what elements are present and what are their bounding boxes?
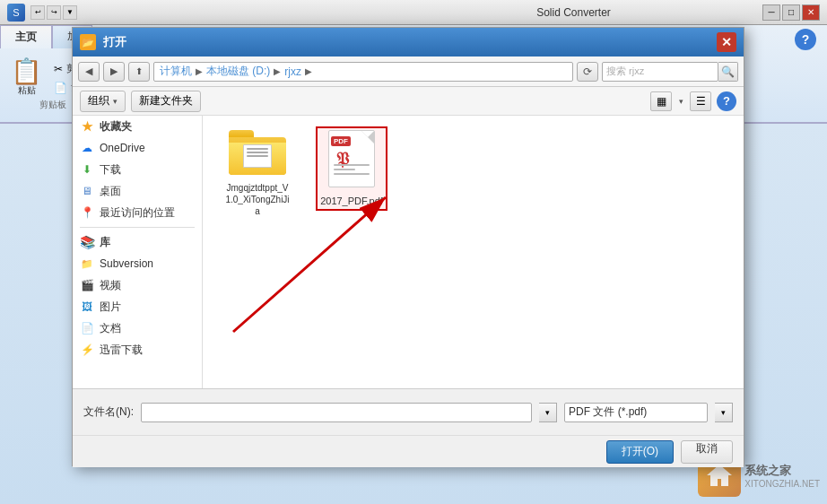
sidebar-item-onedrive[interactable]: ☁ OneDrive: [73, 137, 202, 159]
svg-marker-2: [707, 465, 732, 486]
thunder-icon: ⚡: [80, 343, 94, 357]
search-button[interactable]: 🔍: [718, 62, 738, 82]
favorites-header: ★ 收藏夹: [73, 116, 202, 137]
watermark-text-container: 系统之家 XITONGZHIA.NET: [744, 463, 820, 489]
folder-label: Jmgqjztdtppt_V1.0_XiTongZhiJia: [222, 182, 293, 217]
download-label: 下载: [100, 162, 121, 178]
quick-btn-1[interactable]: ↩: [30, 5, 45, 20]
file-content-area: Jmgqjztdtppt_V1.0_XiTongZhiJia PDF 𝔓: [203, 116, 744, 388]
view-dropdown-button[interactable]: ▾: [674, 91, 688, 111]
clipboard-group-title: 剪贴板: [39, 99, 66, 111]
view-buttons: ▦ ▾ ☰: [650, 91, 711, 111]
file-item-folder[interactable]: Jmgqjztdtppt_V1.0_XiTongZhiJia: [217, 126, 298, 221]
nav-bar: ◀ ▶ ⬆ 计算机 ▶ 本地磁盘 (D:) ▶ rjxz ▶ ⟳ 搜索 rjxz…: [73, 56, 744, 87]
sidebar-item-subversion[interactable]: 📁 Subversion: [73, 253, 202, 274]
download-icon: ⬇: [80, 162, 94, 177]
sidebar-item-desktop[interactable]: 🖥 桌面: [73, 180, 202, 202]
favorites-section: ★ 收藏夹 ☁ OneDrive ⬇ 下载 🖥 桌面: [73, 116, 202, 223]
maximize-button[interactable]: □: [782, 4, 800, 21]
tab-main[interactable]: 主页: [0, 25, 52, 48]
doc-label: 文档: [100, 321, 121, 336]
favorites-star-icon: ★: [80, 119, 94, 134]
paste-label: 粘贴: [18, 84, 36, 97]
onedrive-label: OneDrive: [100, 142, 145, 154]
sidebar-separator: [80, 227, 195, 228]
app-help-button[interactable]: ?: [795, 29, 816, 50]
watermark-url: XITONGZHIA.NET: [744, 479, 820, 489]
nav-up-button[interactable]: ⬆: [128, 62, 150, 82]
filetype-label: PDF 文件 (*.pdf): [569, 404, 703, 420]
image-label: 图片: [100, 300, 121, 315]
dialog-icon: 📂: [80, 34, 96, 50]
pdf-icon: PDF 𝔓: [328, 130, 375, 189]
dialog-title: 打开: [103, 34, 717, 50]
thunder-label: 迅雷下载: [100, 343, 143, 358]
filename-label: 文件名(N):: [83, 404, 134, 420]
paste-button[interactable]: 📋 粘贴: [11, 59, 42, 97]
filename-input[interactable]: [141, 403, 532, 422]
quick-btn-2[interactable]: ↪: [47, 5, 61, 20]
video-icon: 🎬: [80, 278, 94, 292]
onedrive-icon: ☁: [80, 141, 94, 155]
action-row: 打开(O) 取消: [73, 435, 744, 467]
subversion-label: Subversion: [100, 257, 153, 270]
recent-label: 最近访问的位置: [100, 205, 175, 221]
library-label: 库: [100, 235, 110, 250]
quick-btn-3[interactable]: ▼: [63, 5, 77, 20]
breadcrumb-sep-2: ▶: [274, 66, 281, 76]
image-icon: 🖼: [80, 300, 94, 314]
open-label: 打开(O): [622, 444, 658, 459]
filetype-select[interactable]: PDF 文件 (*.pdf): [564, 403, 708, 422]
dialog-close-button[interactable]: ✕: [717, 32, 736, 52]
main-title: Solid Converter: [385, 6, 762, 19]
filetype-dropdown-button[interactable]: ▾: [715, 403, 733, 422]
sidebar-item-recent[interactable]: 📍 最近访问的位置: [73, 202, 202, 223]
favorites-label: 收藏夹: [100, 119, 132, 135]
quick-access-toolbar: ↩ ↪ ▼: [30, 5, 77, 20]
refresh-button[interactable]: ⟳: [577, 62, 598, 82]
organize-label: 组织: [88, 93, 109, 109]
view-list-button[interactable]: ☰: [690, 91, 711, 111]
breadcrumb-sep-1: ▶: [196, 66, 203, 76]
search-input-display[interactable]: 搜索 rjxz: [602, 62, 718, 82]
sidebar-item-download[interactable]: ⬇ 下载: [73, 159, 202, 180]
pdf-label: 2017_PDF.pdf: [320, 195, 383, 207]
cancel-button[interactable]: 取消: [681, 440, 733, 464]
minimize-button[interactable]: ─: [762, 4, 780, 21]
watermark-site: 系统之家: [744, 463, 820, 479]
library-icon: 📚: [80, 235, 94, 249]
open-dialog: 📂 打开 ✕ ◀ ▶ ⬆ 计算机 ▶ 本地磁盘 (D:) ▶ rjxz ▶ ⟳ …: [72, 27, 744, 466]
sidebar-item-image[interactable]: 🖼 图片: [73, 296, 202, 317]
close-button[interactable]: ✕: [802, 4, 820, 21]
new-folder-button[interactable]: 新建文件夹: [131, 91, 201, 112]
dialog-titlebar: 📂 打开 ✕: [73, 28, 744, 56]
main-file-area: ★ 收藏夹 ☁ OneDrive ⬇ 下载 🖥 桌面: [73, 116, 744, 388]
nav-forward-button[interactable]: ▶: [103, 62, 125, 82]
organize-dropdown-icon: ▾: [113, 97, 118, 106]
folder-icon: [229, 130, 286, 177]
file-item-pdf[interactable]: PDF 𝔓 2017_PDF.pdf: [316, 126, 387, 211]
library-section: 📚 库 📁 Subversion 🎬 视频 🖼 图片: [73, 231, 202, 361]
main-titlebar: S ↩ ↪ ▼ Solid Converter ─ □ ✕: [0, 0, 827, 25]
search-container: 搜索 rjxz 🔍: [602, 62, 738, 82]
doc-icon: 📄: [80, 321, 94, 335]
nav-back-button[interactable]: ◀: [78, 62, 100, 82]
breadcrumb[interactable]: 计算机 ▶ 本地磁盘 (D:) ▶ rjxz ▶: [153, 62, 573, 82]
window-controls: ─ □ ✕: [762, 4, 820, 21]
organize-button[interactable]: 组织 ▾: [80, 91, 126, 112]
open-button[interactable]: 打开(O): [606, 440, 674, 464]
filename-dropdown-button[interactable]: ▾: [539, 403, 557, 422]
breadcrumb-item-disk: 本地磁盘 (D:): [206, 64, 270, 79]
desktop-label: 桌面: [100, 184, 121, 199]
view-grid-button[interactable]: ▦: [650, 91, 672, 111]
dialog-help-button[interactable]: ?: [717, 91, 736, 111]
sidebar: ★ 收藏夹 ☁ OneDrive ⬇ 下载 🖥 桌面: [73, 116, 203, 388]
sidebar-item-thunder[interactable]: ⚡ 迅雷下载: [73, 339, 202, 361]
desktop-icon: 🖥: [80, 184, 94, 198]
breadcrumb-sep-3: ▶: [305, 66, 312, 76]
sidebar-item-doc[interactable]: 📄 文档: [73, 317, 202, 339]
sidebar-item-video[interactable]: 🎬 视频: [73, 274, 202, 296]
breadcrumb-item-rjxz: rjxz: [284, 65, 301, 78]
pdf-badge-text: PDF: [331, 136, 351, 146]
dialog-bottom: 文件名(N): ▾ PDF 文件 (*.pdf) ▾: [73, 388, 744, 435]
